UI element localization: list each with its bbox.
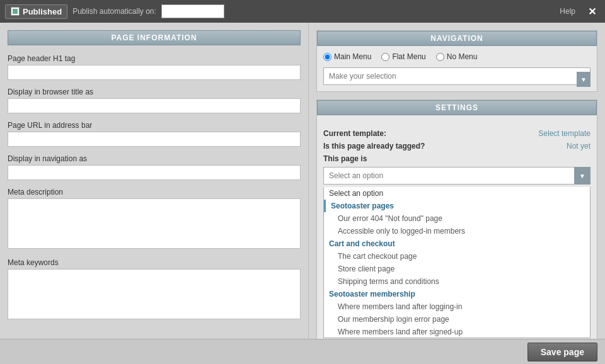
dropdown-item-cart-checkout[interactable]: The cart checkout page — [324, 250, 590, 263]
dropdown-group-cart[interactable]: Cart and checkout — [324, 237, 590, 250]
nav-select[interactable]: Make your selection — [323, 67, 591, 85]
radio-flat-menu-label: Flat Menu — [392, 52, 425, 61]
label-h1: Page header H1 tag — [8, 54, 301, 63]
page-info-header: PAGE INFORMATION — [8, 30, 301, 45]
radio-flat-menu[interactable]: Flat Menu — [381, 52, 425, 61]
dropdown-item-members-land-login[interactable]: Where members land after logging-in — [324, 300, 590, 313]
dropdown-list: Select an option Seotoaster pages Our er… — [323, 187, 591, 338]
published-label: Published — [23, 7, 62, 16]
published-badge[interactable]: Published — [5, 4, 67, 19]
label-nav-display: Display in navigation as — [8, 154, 301, 163]
current-template-key: Current template: — [323, 129, 386, 138]
radio-main-menu-label: Main Menu — [334, 52, 371, 61]
radio-main-menu[interactable]: Main Menu — [323, 52, 371, 61]
this-page-label: This page is — [323, 154, 591, 163]
publish-auto-label: Publish automatically on: — [72, 7, 156, 16]
top-bar: Published Publish automatically on: Help… — [0, 0, 605, 23]
published-icon — [11, 7, 20, 16]
form-group-page-url: Page URL in address bar — [8, 121, 301, 147]
nav-select-wrapper: Make your selection — [317, 67, 597, 91]
dropdown-item-404[interactable]: Our error 404 "Not found" page — [324, 212, 590, 225]
settings-header: SETTINGS — [317, 100, 597, 115]
input-browser-title[interactable] — [8, 98, 301, 113]
main-content: PAGE INFORMATION Page header H1 tag Disp… — [0, 23, 605, 364]
settings-body: Current template: Select template Is thi… — [317, 124, 597, 343]
dropdown-item-members-only[interactable]: Accessible only to logged-in members — [324, 225, 590, 237]
label-meta-desc: Meta description — [8, 188, 301, 196]
help-button[interactable]: Help — [556, 6, 579, 17]
label-browser-title: Display in browser title as — [8, 88, 301, 96]
navigation-section: NAVIGATION Main Menu Flat Menu No Menu — [316, 30, 597, 92]
navigation-header: NAVIGATION — [317, 31, 597, 46]
settings-row-template: Current template: Select template — [323, 129, 591, 138]
dropdown-item-store-client[interactable]: Store client page — [324, 263, 590, 275]
page-select-wrapper: Select an option ▼ — [323, 167, 591, 185]
content-wrapper: PAGE INFORMATION Page header H1 tag Disp… — [0, 23, 605, 364]
label-page-url: Page URL in address bar — [8, 121, 301, 130]
dropdown-item-membership-login-error[interactable]: Our membership login error page — [324, 313, 590, 326]
form-group-meta-desc: Meta description — [8, 188, 301, 251]
bottom-bar: Save page — [0, 339, 605, 364]
form-group-nav-display: Display in navigation as — [8, 154, 301, 180]
settings-row-tagged: Is this page already tagged? Not yet — [323, 142, 591, 151]
radio-no-menu[interactable]: No Menu — [436, 52, 478, 61]
label-meta-keywords: Meta keywords — [8, 258, 301, 267]
page-select-display[interactable]: Select an option — [323, 167, 591, 185]
input-page-url[interactable] — [8, 132, 301, 147]
left-panel: PAGE INFORMATION Page header H1 tag Disp… — [0, 23, 309, 364]
form-group-meta-keywords: Meta keywords — [8, 258, 301, 321]
textarea-meta-keywords[interactable] — [8, 269, 301, 319]
textarea-meta-desc[interactable] — [8, 198, 301, 249]
close-button[interactable]: ✕ — [584, 4, 600, 19]
dropdown-group-seotoaster[interactable]: Seotoaster pages — [324, 200, 590, 212]
radio-group: Main Menu Flat Menu No Menu — [317, 52, 597, 67]
settings-section: SETTINGS Current template: Select templa… — [316, 100, 597, 356]
input-nav-display[interactable] — [8, 165, 301, 180]
publish-date-input[interactable] — [161, 4, 224, 18]
dropdown-item-default[interactable]: Select an option — [324, 187, 590, 200]
dropdown-item-members-land-signup[interactable]: Where members land after signed-up — [324, 326, 590, 338]
page-select-placeholder: Select an option — [329, 171, 383, 180]
radio-no-menu-label: No Menu — [447, 52, 478, 61]
form-group-h1: Page header H1 tag — [8, 54, 301, 80]
dropdown-group-membership[interactable]: Seotoaster membership — [324, 288, 590, 300]
input-h1[interactable] — [8, 65, 301, 80]
select-template-link[interactable]: Select template — [538, 129, 591, 138]
save-page-button[interactable]: Save page — [527, 343, 597, 361]
page-select-btn[interactable]: ▼ — [574, 167, 591, 185]
tagged-key: Is this page already tagged? — [323, 142, 425, 151]
tagged-value: Not yet — [567, 142, 591, 151]
right-panel: NAVIGATION Main Menu Flat Menu No Menu — [309, 23, 605, 364]
form-group-browser-title: Display in browser title as — [8, 88, 301, 113]
dropdown-item-shipping[interactable]: Shipping terms and conditions — [324, 275, 590, 288]
